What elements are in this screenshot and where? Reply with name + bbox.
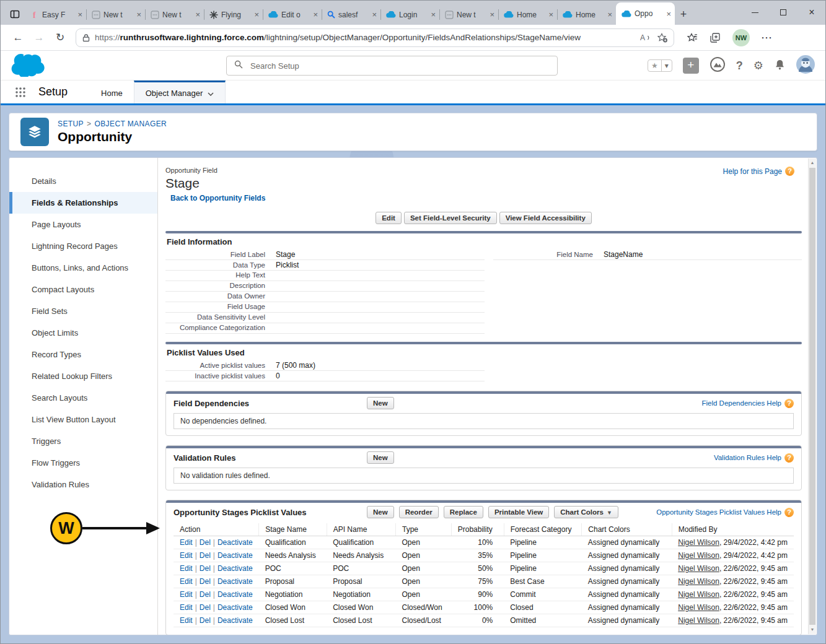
favorites-star-icon[interactable]: ★ [648,60,661,71]
validation-rules-help-link[interactable]: Validation Rules Help [714,454,781,461]
edit-link[interactable]: Edit [180,538,193,547]
breadcrumb-object-manager-link[interactable]: OBJECT MANAGER [94,120,167,128]
del-link[interactable]: Del [200,603,211,612]
search-setup-input[interactable] [249,61,550,71]
add-favorite-icon[interactable] [657,33,667,43]
sidebar-item-buttons-links-and-actions[interactable]: Buttons, Links, and Actions [9,257,157,279]
browser-tab-flying[interactable]: Flying× [204,4,263,25]
close-tab-icon[interactable]: × [254,11,259,19]
setup-gear-icon[interactable]: ⚙ [754,59,763,72]
browser-menu-icon[interactable]: ⋯ [761,31,772,45]
del-link[interactable]: Del [200,551,211,560]
new-button[interactable]: New [367,506,394,518]
forward-icon[interactable]: → [29,27,50,48]
close-window-icon[interactable]: × [797,0,826,25]
sidebar-item-object-limits[interactable]: Object Limits [9,322,157,344]
sidebar-item-record-types[interactable]: Record Types [9,344,157,365]
del-link[interactable]: Del [200,577,211,586]
sidebar-item-validation-rules[interactable]: Validation Rules [9,474,157,495]
browser-tab-easy-f[interactable]: fEasy F× [27,4,86,25]
close-tab-icon[interactable]: × [666,10,671,18]
deactivate-link[interactable]: Deactivate [217,564,253,573]
del-link[interactable]: Del [200,538,211,547]
close-tab-icon[interactable]: × [490,11,494,19]
sidebar-item-fields-relationships[interactable]: Fields & Relationships [9,192,157,214]
modified-by-link[interactable]: Nigel Wilson [678,577,719,586]
browser-tab-home[interactable]: Home× [557,4,616,25]
set-field-level-security-button[interactable]: Set Field-Level Security [404,212,497,224]
read-aloud-icon[interactable]: A [640,33,651,42]
modified-by-link[interactable]: Nigel Wilson [678,603,719,612]
user-avatar[interactable] [796,55,815,76]
chart-colors-menu-button[interactable]: Chart Colors▼ [554,506,618,518]
browser-tab-salesf[interactable]: salesf× [322,4,380,25]
edit-link[interactable]: Edit [180,551,193,560]
back-icon[interactable]: ← [7,27,29,48]
close-tab-icon[interactable]: × [607,11,612,19]
favorites-button-group[interactable]: ★▾ [648,59,672,72]
del-link[interactable]: Del [200,616,211,625]
browser-tab-login[interactable]: Login× [380,4,439,25]
help-question-icon[interactable]: ? [784,453,794,463]
sidebar-item-compact-layouts[interactable]: Compact Layouts [9,279,157,300]
content-scrollbar[interactable]: ▲ ▼ [808,159,816,634]
help-icon[interactable]: ? [736,59,743,72]
browser-tab-edit-o[interactable]: Edit o× [263,4,322,25]
modified-by-link[interactable]: Nigel Wilson [678,616,719,625]
deactivate-link[interactable]: Deactivate [217,551,253,560]
browser-profile-avatar[interactable]: NW [732,29,750,46]
collections-icon[interactable] [710,33,720,43]
close-tab-icon[interactable]: × [431,11,436,19]
help-question-icon[interactable]: ? [784,508,794,517]
app-launcher-icon[interactable] [15,80,26,103]
setup-search-box[interactable] [226,56,558,76]
view-field-accessibility-button[interactable]: View Field Accessibility [499,212,592,224]
help-question-icon[interactable]: ? [785,167,794,176]
maximize-icon[interactable] [769,0,797,25]
sidebar-item-search-layouts[interactable]: Search Layouts [9,387,157,409]
field-dependencies-help-link[interactable]: Field Dependencies Help [702,399,782,407]
edit-link[interactable]: Edit [180,603,193,612]
notifications-bell-icon[interactable] [774,59,786,73]
sidebar-item-triggers[interactable]: Triggers [9,430,157,452]
close-tab-icon[interactable]: × [548,11,553,19]
favorites-dropdown-icon[interactable]: ▾ [661,60,672,71]
reload-icon[interactable]: ↻ [50,27,71,48]
browser-tab-new-t[interactable]: New t× [145,4,204,25]
edit-link[interactable]: Edit [180,590,193,599]
new-button[interactable]: New [367,397,394,409]
scrollbar-thumb[interactable] [809,168,815,625]
close-tab-icon[interactable]: × [136,11,141,19]
opportunity-stages-help-link[interactable]: Opportunity Stages Picklist Values Help [656,508,781,516]
favorites-hub-icon[interactable] [687,33,698,43]
new-tab-button[interactable]: + [675,4,692,25]
breadcrumb-setup-link[interactable]: SETUP [58,120,84,128]
scroll-down-icon[interactable]: ▼ [809,625,816,634]
trailhead-help-icon[interactable] [710,56,726,75]
modified-by-link[interactable]: Nigel Wilson [678,551,719,560]
close-tab-icon[interactable]: × [195,11,200,19]
edit-button[interactable]: Edit [376,212,402,224]
reorder-button[interactable]: Reorder [399,506,439,518]
browser-tab-home[interactable]: Home× [498,4,557,25]
browser-tab-new-t[interactable]: New t× [439,4,498,25]
sidebar-item-field-sets[interactable]: Field Sets [9,300,157,322]
minimize-icon[interactable] [740,0,769,25]
tab-actions-icon[interactable] [6,4,24,25]
browser-tab-oppo[interactable]: Oppo× [616,2,675,25]
deactivate-link[interactable]: Deactivate [217,616,253,625]
sidebar-item-lightning-record-pages[interactable]: Lightning Record Pages [9,235,157,257]
sidebar-item-page-layouts[interactable]: Page Layouts [9,214,157,235]
del-link[interactable]: Del [200,564,211,573]
sidebar-item-details[interactable]: Details [9,170,157,192]
del-link[interactable]: Del [200,590,211,599]
printable-view-button[interactable]: Printable View [488,506,549,518]
deactivate-link[interactable]: Deactivate [217,603,253,612]
replace-button[interactable]: Replace [444,506,483,518]
deactivate-link[interactable]: Deactivate [217,538,253,547]
help-for-this-page[interactable]: Help for this Page? [723,167,794,176]
deactivate-link[interactable]: Deactivate [217,577,253,586]
new-button[interactable]: New [367,451,394,464]
browser-tab-new-t[interactable]: New t× [86,4,145,25]
close-tab-icon[interactable]: × [313,11,318,19]
